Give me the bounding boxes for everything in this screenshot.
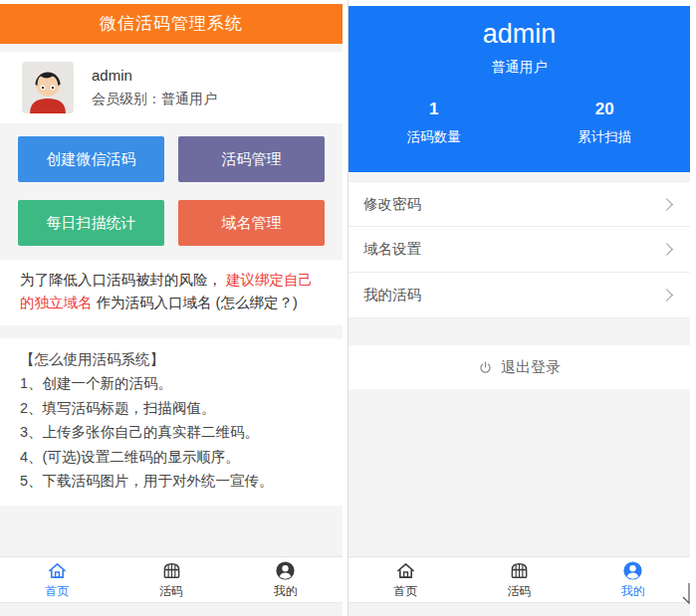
account-header: admin 普通用户 1 活码数量 20 累计扫描 (348, 6, 690, 172)
profile-card: admin 会员级别：普通用户 (0, 52, 343, 123)
guide-step: 1、创建一个新的活码。 (20, 372, 323, 396)
power-icon (478, 360, 493, 375)
notice-text-post: 作为活码入口域名 (97, 295, 212, 310)
logout-label: 退出登录 (501, 358, 561, 377)
menu-item-domain-settings[interactable]: 域名设置 (348, 227, 690, 273)
stat-livecode-count: 1 活码数量 (348, 100, 520, 146)
menu-label: 我的活码 (363, 286, 421, 305)
qr-chest-icon (509, 560, 530, 581)
action-button-grid: 创建微信活码 活码管理 每日扫描统计 域名管理 (0, 123, 343, 258)
qr-chest-icon (161, 560, 182, 581)
bottom-strip (348, 602, 690, 616)
logout-button[interactable]: 退出登录 (348, 345, 690, 389)
settings-menu: 修改密码 域名设置 我的活码 (348, 181, 690, 318)
account-stats: 1 活码数量 20 累计扫描 (348, 100, 690, 146)
profile-name: admin (92, 67, 217, 84)
guide-step: 2、填写活码标题，扫描阀值。 (20, 396, 323, 420)
domain-binding-notice: 为了降低入口活码被封的风险， 建议绑定自己的独立域名 作为活码入口域名 (怎么绑… (0, 260, 343, 325)
stat-label: 活码数量 (348, 128, 520, 146)
tab-label: 活码 (507, 583, 531, 600)
guide-step: 3、上传多张你自己的真实群二维码。 (20, 421, 323, 445)
profile-info: admin 会员级别：普通用户 (92, 67, 217, 108)
account-name: admin (348, 19, 690, 50)
avatar (22, 62, 74, 113)
guide-step: 5、下载活码图片，用于对外统一宣传。 (20, 469, 323, 493)
chevron-right-icon (660, 289, 673, 302)
usage-guide: 【怎么使用活码系统】 1、创建一个新的活码。 2、填写活码标题，扫描阀值。 3、… (0, 338, 343, 506)
menu-item-my-livecodes[interactable]: 我的活码 (348, 273, 690, 318)
daily-scan-stats-button[interactable]: 每日扫描统计 (18, 200, 164, 246)
menu-label: 修改密码 (363, 195, 421, 214)
home-icon (47, 560, 68, 581)
app-header: 微信活码管理系统 (0, 4, 343, 44)
livecode-manage-button[interactable]: 活码管理 (178, 136, 325, 182)
tab-livecode[interactable]: 活码 (115, 557, 229, 602)
how-to-bind-link[interactable]: (怎么绑定？) (216, 295, 298, 310)
text-cursor-artifact (681, 582, 692, 608)
left-tab-bar: 首页 活码 我的 (0, 556, 343, 602)
menu-label: 域名设置 (363, 240, 421, 259)
stat-value: 20 (520, 100, 691, 119)
tab-home[interactable]: 首页 (0, 557, 115, 602)
user-icon (275, 560, 296, 581)
tab-label: 我的 (274, 583, 298, 600)
tab-label: 我的 (621, 583, 645, 600)
guide-title: 【怎么使用活码系统】 (20, 347, 323, 371)
home-screen: 微信活码管理系统 admin 会员级别：普通用户 创建微信活码 活码管理 每日扫… (0, 0, 343, 616)
stat-label: 累计扫描 (520, 128, 691, 146)
tab-label: 首页 (45, 583, 69, 600)
profile-level: 会员级别：普通用户 (92, 91, 217, 108)
account-role-badge: 普通用户 (348, 59, 690, 77)
spacer (348, 389, 690, 556)
stat-value: 1 (348, 100, 520, 119)
stat-total-scans: 20 累计扫描 (520, 100, 691, 146)
my-account-screen: admin 普通用户 1 活码数量 20 累计扫描 修改密码 域名设置 我的活码 (348, 0, 690, 616)
tab-label: 首页 (393, 583, 417, 600)
chevron-right-icon (660, 243, 673, 256)
domain-manage-button[interactable]: 域名管理 (178, 200, 325, 246)
user-icon (622, 560, 643, 581)
tab-label: 活码 (159, 583, 183, 600)
guide-step: 4、(可选)设置二维码的显示顺序。 (20, 445, 323, 469)
tab-mine[interactable]: 我的 (228, 557, 343, 602)
bottom-strip (0, 602, 343, 616)
right-margin (690, 0, 695, 616)
notice-text-pre: 为了降低入口活码被封的风险， (20, 272, 222, 288)
chevron-right-icon (660, 198, 673, 211)
right-tab-bar: 首页 活码 我的 (348, 556, 690, 602)
tab-home[interactable]: 首页 (348, 557, 462, 602)
tab-livecode[interactable]: 活码 (462, 557, 576, 602)
home-icon (395, 560, 416, 581)
tab-mine[interactable]: 我的 (577, 557, 690, 602)
create-livecode-button[interactable]: 创建微信活码 (18, 136, 164, 182)
spacer (0, 506, 343, 556)
menu-item-change-password[interactable]: 修改密码 (348, 181, 690, 227)
